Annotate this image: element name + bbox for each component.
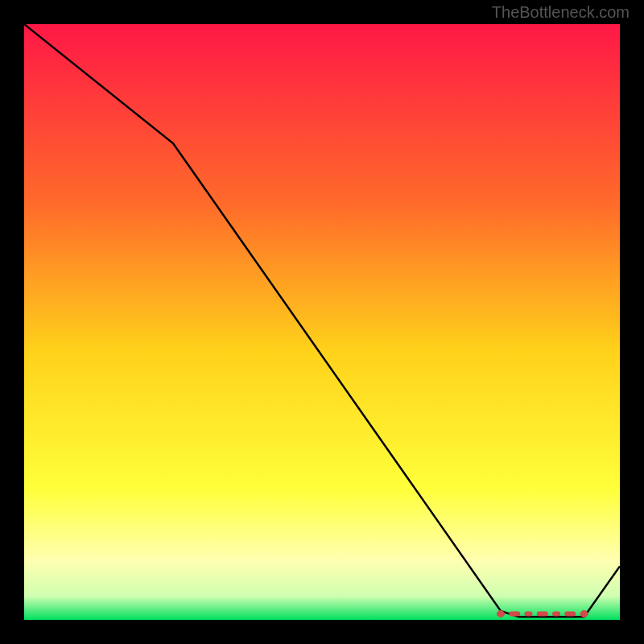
svg-rect-5 (564, 612, 576, 617)
svg-rect-2 (525, 612, 533, 617)
svg-rect-4 (552, 612, 560, 617)
svg-rect-1 (509, 612, 520, 617)
chart-plot-area (24, 24, 620, 620)
watermark-text: TheBottleneck.com (492, 3, 630, 22)
chart-background (24, 24, 620, 620)
chart-svg (24, 24, 620, 620)
svg-rect-3 (537, 612, 548, 617)
svg-point-7 (497, 610, 505, 617)
svg-point-8 (580, 610, 588, 617)
